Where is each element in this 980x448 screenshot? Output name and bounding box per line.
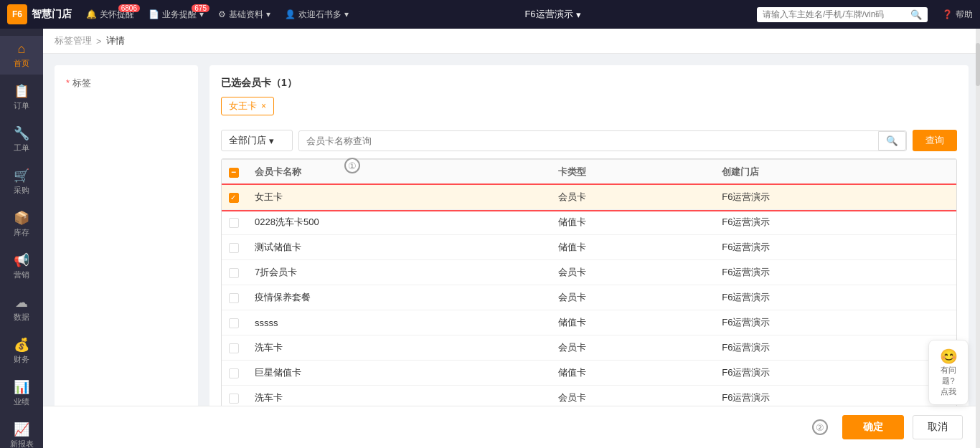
card-table-container: 会员卡名称 卡类型 创建门店 女王卡 会员卡 F6运营演示 0228洗车卡500… bbox=[221, 158, 957, 444]
row-name: 女王卡 bbox=[248, 185, 551, 210]
tag-name: 女王卡 bbox=[229, 100, 257, 113]
row-type: 储值卡 bbox=[551, 361, 715, 386]
card-search-icon-btn[interactable]: 🔍 bbox=[878, 131, 906, 151]
label-section-title: * 标签 bbox=[66, 77, 187, 90]
row-store: F6运营演示 bbox=[715, 210, 956, 235]
row-checkbox[interactable] bbox=[229, 293, 239, 303]
help-widget-line2: 点我 bbox=[936, 386, 961, 397]
table-row[interactable]: 疫情保养套餐 会员卡 F6运营演示 bbox=[222, 285, 956, 310]
row-store: F6运营演示 bbox=[715, 285, 956, 310]
row-checkbox-cell[interactable] bbox=[222, 260, 248, 285]
required-star: * bbox=[66, 77, 70, 88]
demo-mode-btn[interactable]: F6运营演示 ▾ bbox=[524, 8, 580, 21]
cancel-button[interactable]: 取消 bbox=[913, 415, 963, 439]
breadcrumb-separator: > bbox=[96, 36, 102, 47]
app-logo[interactable]: F6 智慧门店 bbox=[7, 4, 72, 24]
breadcrumb-root[interactable]: 标签管理 bbox=[55, 34, 92, 47]
label-title-text: 标签 bbox=[72, 77, 91, 88]
row-checkbox-cell[interactable] bbox=[222, 335, 248, 361]
row-type: 会员卡 bbox=[551, 285, 715, 310]
query-button[interactable]: 查询 bbox=[913, 130, 957, 151]
sidebar-item-home[interactable]: ⌂ 首页 bbox=[0, 36, 43, 75]
shop-select-dropdown[interactable]: 全部门店 ▾ bbox=[221, 130, 293, 151]
row-checkbox[interactable] bbox=[229, 243, 239, 253]
table-row[interactable]: 女王卡 会员卡 F6运营演示 bbox=[222, 185, 956, 210]
row-store: F6运营演示 bbox=[715, 310, 956, 335]
row-checkbox-cell[interactable] bbox=[222, 210, 248, 235]
tag-close-btn[interactable]: × bbox=[261, 101, 266, 111]
sidebar-item-newreport[interactable]: 📈 新报表 bbox=[0, 416, 43, 448]
sidebar-item-marketing[interactable]: 📢 营销 bbox=[0, 247, 43, 286]
newreport-icon: 📈 bbox=[14, 421, 29, 437]
table-row[interactable]: sssss 储值卡 F6运营演示 bbox=[222, 310, 956, 335]
row-checkbox[interactable] bbox=[229, 318, 239, 328]
card-table: 会员卡名称 卡类型 创建门店 女王卡 会员卡 F6运营演示 0228洗车卡500… bbox=[222, 159, 956, 436]
header-checkbox[interactable] bbox=[229, 168, 239, 178]
row-store: F6运营演示 bbox=[715, 260, 956, 285]
row-checkbox[interactable] bbox=[229, 193, 239, 203]
table-row[interactable]: 巨星储值卡 储值卡 F6运营演示 bbox=[222, 361, 956, 386]
help-btn[interactable]: ❓ 帮助 bbox=[942, 9, 973, 21]
sidebar-item-performance[interactable]: 📊 业绩 bbox=[0, 373, 43, 413]
sidebar-item-inventory[interactable]: 📦 库存 bbox=[0, 204, 43, 244]
col-header-checkbox bbox=[222, 160, 248, 185]
nav-user[interactable]: 👤 欢迎石书多 ▾ bbox=[285, 9, 349, 21]
row-name: 巨星储值卡 bbox=[248, 361, 551, 386]
sidebar-item-finance[interactable]: 💰 财务 bbox=[0, 331, 43, 371]
row-checkbox[interactable] bbox=[229, 368, 239, 378]
table-row[interactable]: 7折会员卡 会员卡 F6运营演示 bbox=[222, 260, 956, 285]
page-body: * 标签 已选会员卡（1） 女王卡 × bbox=[43, 54, 980, 448]
nav-base[interactable]: ⚙ 基础资料 ▾ bbox=[218, 9, 270, 21]
row-checkbox-cell[interactable] bbox=[222, 185, 248, 210]
selected-header: 已选会员卡（1） bbox=[221, 77, 957, 90]
row-type: 储值卡 bbox=[551, 235, 715, 260]
performance-icon: 📊 bbox=[14, 379, 29, 395]
nav-center: F6运营演示 ▾ bbox=[363, 8, 743, 21]
nav-business[interactable]: 📄 业务提醒 ▾ 675 bbox=[149, 9, 204, 21]
confirm-button[interactable]: 确定 bbox=[842, 415, 904, 439]
row-name: 测试储值卡 bbox=[248, 235, 551, 260]
sidebar-item-workorder[interactable]: 🔧 工单 bbox=[0, 120, 43, 159]
inventory-icon: 📦 bbox=[14, 210, 29, 226]
sidebar-label-orders: 订单 bbox=[14, 100, 29, 111]
table-row[interactable]: 0228洗车卡500 储值卡 F6运营演示 bbox=[222, 210, 956, 235]
help-widget-line1: 有问题? bbox=[936, 365, 961, 386]
right-card-panel: 已选会员卡（1） 女王卡 × 全部门店 ▾ 🔍 bbox=[209, 65, 969, 448]
search-input[interactable] bbox=[763, 9, 906, 19]
sidebar-label-data: 数据 bbox=[14, 312, 29, 323]
scrollbar-thumb[interactable] bbox=[976, 43, 980, 86]
scrollbar-track[interactable] bbox=[976, 29, 980, 448]
table-row[interactable]: 测试储值卡 储值卡 F6运营演示 bbox=[222, 235, 956, 260]
row-checkbox[interactable] bbox=[229, 268, 239, 278]
nav-alert[interactable]: 🔔 关怀提醒 6806 bbox=[86, 9, 134, 21]
sidebar-item-orders[interactable]: 📋 订单 bbox=[0, 77, 43, 117]
row-checkbox-cell[interactable] bbox=[222, 361, 248, 386]
action-bar: ② 确定 取消 bbox=[43, 406, 980, 448]
search-icon[interactable]: 🔍 bbox=[910, 9, 922, 20]
row-checkbox[interactable] bbox=[229, 394, 239, 404]
breadcrumb-current: 详情 bbox=[106, 34, 125, 47]
sidebar-label-newreport: 新报表 bbox=[10, 439, 34, 448]
row-checkbox[interactable] bbox=[229, 343, 239, 353]
sidebar-item-data[interactable]: ☁ 数据 bbox=[0, 289, 43, 328]
sidebar-label-home: 首页 bbox=[14, 58, 29, 69]
sidebar-label-performance: 业绩 bbox=[14, 396, 29, 407]
main-content: 标签管理 > 详情 * 标签 已选会员卡（1） 女王 bbox=[43, 29, 980, 448]
help-label: 帮助 bbox=[956, 9, 973, 21]
nav-base-label: 基础资料 bbox=[229, 9, 263, 21]
finance-icon: 💰 bbox=[14, 337, 29, 353]
table-header-row: 会员卡名称 卡类型 创建门店 bbox=[222, 160, 956, 185]
row-checkbox-cell[interactable] bbox=[222, 285, 248, 310]
sidebar-item-purchase[interactable]: 🛒 采购 bbox=[0, 162, 43, 201]
row-checkbox-cell[interactable] bbox=[222, 235, 248, 260]
table-row[interactable]: 洗车卡 会员卡 F6运营演示 bbox=[222, 335, 956, 361]
card-name-search-input[interactable] bbox=[299, 131, 878, 151]
sidebar-label-purchase: 采购 bbox=[14, 185, 29, 196]
row-checkbox-cell[interactable] bbox=[222, 310, 248, 335]
sidebar: ⌂ 首页 📋 订单 🔧 工单 🛒 采购 📦 库存 📢 营销 ☁ 数据 💰 财务 … bbox=[0, 29, 43, 448]
search-box: 🔍 bbox=[757, 7, 928, 22]
demo-label: F6运营演示 bbox=[524, 8, 573, 21]
help-widget[interactable]: 😊 有问题? 点我 bbox=[928, 340, 969, 405]
row-checkbox[interactable] bbox=[229, 218, 239, 228]
shop-select-label: 全部门店 bbox=[229, 134, 266, 147]
